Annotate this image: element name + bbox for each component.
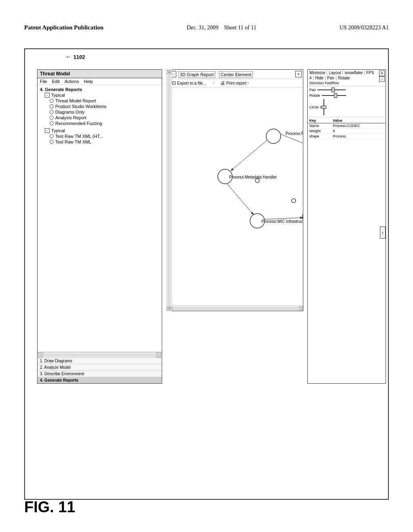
rotate-slider-label: Rotate (309, 94, 320, 98)
radio-icon[interactable] (50, 116, 54, 120)
svg-line-6 (281, 134, 303, 152)
rotate-slider[interactable] (322, 95, 346, 96)
tree-item-label: 4. Generate Reports (40, 87, 82, 92)
workflow-tabs: 1. Draw Diagrams 2. Analyze Model 3. Des… (38, 358, 162, 383)
collapse-right-icon[interactable]: ≡ (295, 71, 302, 77)
close-icon[interactable]: ✕ (379, 71, 385, 76)
scroll-right-btn[interactable]: › (156, 353, 161, 357)
scroll-up[interactable]: ∧ (167, 70, 171, 74)
fps-label: FPS (364, 71, 374, 75)
print-button[interactable]: 🖨 Print report › (220, 80, 248, 86)
tree-item-analysis[interactable]: Analysis Report (50, 115, 159, 121)
metadata-label: Process:Metadata Handler (229, 175, 277, 179)
scroll-left-btn[interactable]: ‹ (38, 353, 43, 357)
figure-label: FIG. 11 (24, 499, 75, 516)
right-panel: ✕ □ Minimize Layout snowflake FPS 4 Hide… (307, 69, 386, 384)
fps-value: 4 (309, 76, 312, 80)
export-button[interactable]: ⊡ Export to a file... (172, 80, 206, 86)
breadcrumb-center: Center Element (219, 71, 253, 78)
menu-help[interactable]: Help (84, 79, 93, 84)
v-scrollbar: ∧ ∨ (166, 69, 172, 311)
pan-slider-label: Pan (309, 88, 316, 92)
right-collapse-icon[interactable]: › (380, 227, 386, 239)
key-cell: shape (309, 134, 332, 139)
fs-label: Process:FS Compressor (286, 131, 303, 136)
v-scroll-thumb (167, 75, 171, 306)
menu-file[interactable]: File (40, 79, 47, 84)
tab-generate[interactable]: 4. Generate Reports (38, 377, 162, 383)
minimize-btn[interactable]: Minimize (309, 71, 325, 75)
circley-slider[interactable] (323, 99, 324, 115)
breadcrumb-3d: 3D Graph Report (178, 71, 215, 78)
radio-icon[interactable] (50, 110, 54, 114)
properties-area: Key Value Name Process:CODEC Weight 9 sh… (308, 117, 386, 140)
tree-item-typical2[interactable]: - Typical (45, 128, 159, 133)
layout-btn[interactable]: Layout (327, 71, 341, 75)
scroll-down[interactable]: ∨ (167, 306, 171, 310)
direction-label: Direction Fwd/Rev (309, 81, 384, 85)
toolbar: ⊡ Export to a file... › 🖨 Print report › (169, 79, 303, 87)
tree-label: Recommended Fuzzing (55, 121, 102, 126)
tree-item-productstudio[interactable]: Product Studio Workitems (50, 104, 159, 109)
page-header: Patent Application Publication Dec. 31, … (0, 24, 413, 31)
svg-line-2 (227, 184, 253, 214)
sliders-area: Pan Rotate Circle Y (308, 86, 386, 117)
tree-label: Product Studio Workitems (55, 104, 106, 109)
bottom-area: ‹ › 1. Draw Diagrams 2. Analyze Model 3.… (38, 352, 162, 383)
left-panel: Threat Model File Edit Actions Help 4. G… (37, 69, 162, 384)
tree-item-generate[interactable]: 4. Generate Reports (40, 87, 159, 92)
tab-analyze[interactable]: 2. Analyze Model (38, 364, 162, 371)
tree-label: Analysis Report (55, 115, 86, 120)
snowflake-btn[interactable]: snowflake (342, 71, 362, 75)
tree-item-typical1[interactable]: - Typical (45, 92, 159, 98)
svg-line-1 (231, 140, 267, 170)
print-icon: 🖨 (220, 80, 225, 86)
radio-icon[interactable] (50, 121, 54, 125)
pan-slider-row: Pan (309, 88, 384, 92)
scroll-right[interactable]: › (299, 306, 303, 310)
rotate-label: Rotate (336, 76, 350, 80)
table-row: Name Process:CODEC (309, 123, 385, 129)
rotate-slider-row: Rotate (309, 94, 384, 98)
radio-icon[interactable] (50, 104, 54, 108)
rotate-thumb[interactable] (334, 93, 337, 98)
tree-item-rawxml2[interactable]: Test Raw TM XML (50, 139, 159, 145)
collapse-icon[interactable]: - (45, 93, 50, 98)
collapse-icon[interactable]: - (45, 128, 50, 133)
tree-label: Typical (51, 128, 65, 133)
controls-row1: Minimize Layout snowflake FPS (309, 71, 384, 75)
key-header: Key (309, 118, 332, 123)
radio-icon[interactable] (50, 140, 54, 144)
tree-item-threatmodel[interactable]: Threat Model Report (50, 98, 159, 104)
circley-label: Circle Y (309, 105, 322, 109)
circley-thumb[interactable] (321, 106, 326, 109)
table-row: shape Process (309, 134, 385, 139)
pan-thumb[interactable] (332, 87, 335, 92)
right-top-controls: Minimize Layout snowflake FPS 4 Hide Pan… (308, 70, 386, 86)
circley-row: Circle Y (309, 99, 384, 115)
radio-icon[interactable] (50, 99, 54, 103)
tree-item-fuzzing[interactable]: Recommended Fuzzing (50, 121, 159, 126)
export-label: Export to a file... (177, 81, 206, 85)
radio-icon[interactable] (50, 134, 54, 138)
value-cell: Process:CODEC (332, 123, 385, 129)
minimize-right-icon[interactable]: □ (379, 76, 385, 82)
wic-label: Process:WIC Infrastructure (261, 219, 303, 224)
hide-btn[interactable]: Hide (313, 76, 324, 80)
key-cell: Name (309, 123, 332, 129)
center-panel: ‹ ≡ 3D Graph Report Center Element ⊡ Exp… (168, 69, 303, 311)
diagram-svg: Process:FS Compressor Process:Metadata H… (169, 100, 303, 297)
menu-bar: File Edit Actions Help (38, 78, 162, 85)
pan-slider[interactable] (317, 89, 346, 90)
fs-node (266, 129, 281, 143)
tab-draw[interactable]: 1. Draw Diagrams (38, 358, 162, 364)
tree-item-diagrams[interactable]: Diagrams Only (50, 109, 159, 115)
menu-edit[interactable]: Edit (52, 79, 60, 84)
tab-describe[interactable]: 3. Describe Environment (38, 371, 162, 377)
header-right: US 2009/0328223 A1 (340, 25, 389, 31)
tree-item-rawxml1[interactable]: Test Raw TM XML (HT... (50, 133, 159, 139)
table-row: Weight 9 (309, 129, 385, 134)
menu-actions[interactable]: Actions (65, 79, 79, 84)
header-center: Dec. 31, 2009 Sheet 11 of 11 (187, 25, 257, 31)
value-cell: Process (332, 134, 385, 139)
